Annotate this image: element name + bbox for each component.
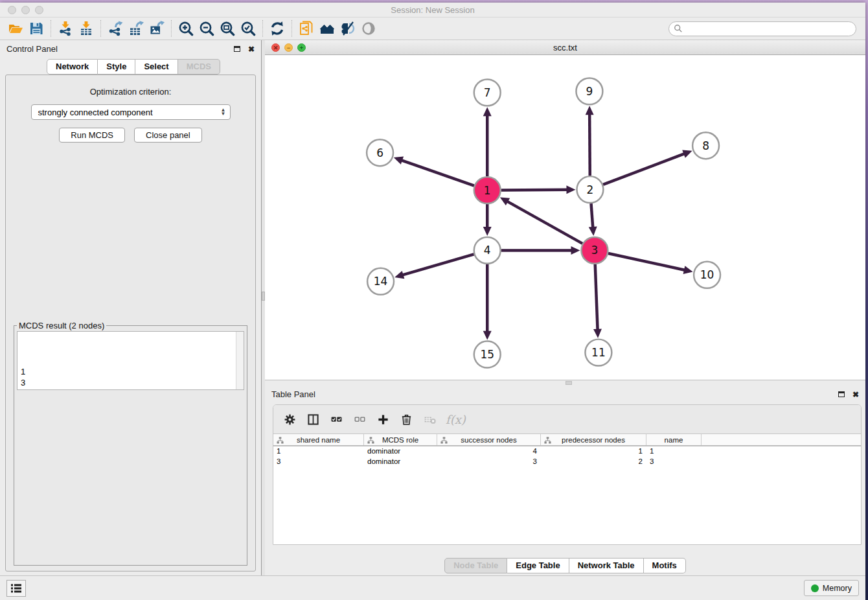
column-header-predecessor-nodes[interactable]: predecessor nodes	[541, 434, 646, 445]
network-minimize-button[interactable]: −	[284, 43, 293, 52]
toolbar-separator	[100, 20, 101, 37]
memory-status-icon	[811, 584, 819, 592]
unselect-all-icon[interactable]	[352, 412, 367, 426]
main-toolbar	[0, 17, 865, 40]
column-view-icon[interactable]	[306, 412, 320, 426]
column-type-icon	[367, 437, 374, 444]
table-tabs: Node TableEdge TableNetwork TableMotifs	[265, 558, 865, 575]
table-tab-edge-table[interactable]: Edge Table	[507, 558, 569, 573]
close-window-button[interactable]	[8, 6, 16, 14]
table-cell[interactable]: 1	[273, 446, 364, 457]
network-maximize-button[interactable]: +	[297, 43, 306, 52]
control-tab-mcds[interactable]: MCDS	[178, 59, 220, 75]
zoom-out-button[interactable]	[196, 19, 217, 38]
open-session-button[interactable]	[5, 19, 26, 38]
node-label-6: 6	[376, 146, 383, 159]
memory-label: Memory	[823, 584, 852, 593]
table-cell[interactable]: 2	[541, 457, 646, 467]
zoom-window-button[interactable]	[35, 6, 43, 14]
clone-network-button[interactable]	[296, 19, 317, 38]
column-header-label: predecessor nodes	[562, 436, 625, 444]
import-table-button[interactable]	[76, 19, 97, 38]
column-header-MCDS-role[interactable]: MCDS role	[364, 434, 437, 445]
table-cell[interactable]: 1	[541, 446, 646, 457]
edge-arrowhead	[593, 329, 602, 338]
close-panel-icon[interactable]: ✖	[248, 45, 255, 54]
edge-4-14[interactable]	[402, 254, 474, 275]
table-cell[interactable]: 1	[646, 446, 702, 457]
task-history-button[interactable]	[6, 580, 26, 597]
run-mcds-button[interactable]: Run MCDS	[59, 128, 125, 143]
mcds-result-textarea[interactable]: 13	[17, 331, 244, 390]
network-close-button[interactable]: ✕	[271, 43, 280, 52]
table-row[interactable]: 3dominator323	[273, 457, 861, 467]
import-network-button[interactable]	[55, 19, 76, 38]
node-label-3: 3	[591, 244, 599, 257]
column-header-shared-name[interactable]: shared name	[273, 434, 364, 445]
minimize-window-button[interactable]	[21, 6, 30, 14]
panel-divider[interactable]	[261, 40, 265, 575]
edge-3-10[interactable]	[608, 253, 685, 270]
column-type-icon	[440, 437, 448, 444]
network-and-table-area: ✕ − + scc.txt 7968124314101511 Table Pan…	[265, 40, 865, 575]
column-type-icon	[277, 437, 284, 444]
float-table-panel-icon[interactable]	[838, 390, 845, 399]
hide-selected-button[interactable]	[337, 19, 358, 38]
divider-handle-icon[interactable]	[262, 292, 265, 301]
edge-2-9[interactable]	[589, 113, 590, 176]
table-cell[interactable]: dominator	[364, 446, 437, 457]
splitter-handle-icon[interactable]	[565, 381, 572, 385]
save-session-button[interactable]	[26, 19, 47, 38]
edge-2-8[interactable]	[603, 154, 685, 185]
edge-3-11[interactable]	[595, 264, 598, 330]
column-header-label: successor nodes	[461, 436, 516, 444]
horizontal-splitter[interactable]	[265, 380, 865, 386]
table-row[interactable]: 1dominator411	[273, 446, 861, 457]
network-canvas[interactable]: 7968124314101511	[265, 55, 865, 380]
table-cell[interactable]: 3	[437, 457, 541, 467]
table-cell[interactable]: 3	[273, 457, 364, 467]
criterion-select[interactable]: strongly connected component ▲▼	[31, 104, 231, 120]
table-tab-motifs[interactable]: Motifs	[644, 558, 686, 573]
zoom-fit-button[interactable]	[217, 19, 238, 38]
edge-3-1[interactable]	[507, 201, 582, 243]
column-header-successor-nodes[interactable]: successor nodes	[437, 434, 541, 445]
memory-button[interactable]: Memory	[804, 580, 859, 596]
result-scrollbar[interactable]	[236, 332, 244, 389]
column-header-name[interactable]: name	[646, 434, 702, 445]
export-network-button[interactable]	[105, 19, 126, 38]
edge-1-2[interactable]	[501, 190, 568, 190]
function-builder-icon: f(x)	[446, 413, 466, 426]
table-tab-network-table[interactable]: Network Table	[569, 558, 644, 573]
table-tab-node-table[interactable]: Node Table	[444, 558, 507, 573]
zoom-selected-button[interactable]	[238, 19, 258, 38]
node-label-4: 4	[484, 244, 491, 257]
close-table-panel-icon[interactable]: ✖	[852, 390, 859, 399]
table-cell[interactable]: 4	[437, 446, 541, 457]
select-all-icon[interactable]	[329, 412, 343, 426]
status-bar: Memory	[0, 575, 865, 600]
control-panel-title: Control Panel	[6, 44, 58, 54]
window-title: Session: New Session	[0, 5, 865, 15]
control-tab-style[interactable]: Style	[98, 59, 135, 75]
settings-gear-icon[interactable]	[282, 412, 297, 426]
first-neighbors-button[interactable]	[317, 19, 337, 38]
delete-row-trash-icon[interactable]	[399, 412, 413, 426]
edge-1-6[interactable]	[401, 160, 474, 185]
edge-2-3[interactable]	[591, 203, 593, 228]
close-panel-button[interactable]: Close panel	[134, 128, 202, 143]
table-cell[interactable]: dominator	[364, 457, 437, 467]
control-tab-select[interactable]: Select	[135, 59, 177, 75]
float-panel-icon[interactable]	[234, 45, 240, 54]
export-image-button[interactable]	[146, 19, 167, 38]
zoom-in-button[interactable]	[176, 19, 196, 38]
node-label-1: 1	[484, 184, 491, 197]
export-table-button[interactable]	[126, 19, 146, 38]
search-input[interactable]	[668, 21, 856, 36]
refresh-layout-button[interactable]	[267, 19, 288, 38]
node-label-10: 10	[700, 268, 714, 281]
control-tab-network[interactable]: Network	[47, 59, 98, 75]
add-row-icon[interactable]	[376, 412, 390, 426]
table-cell[interactable]: 3	[646, 457, 702, 467]
show-all-button[interactable]	[358, 19, 379, 38]
